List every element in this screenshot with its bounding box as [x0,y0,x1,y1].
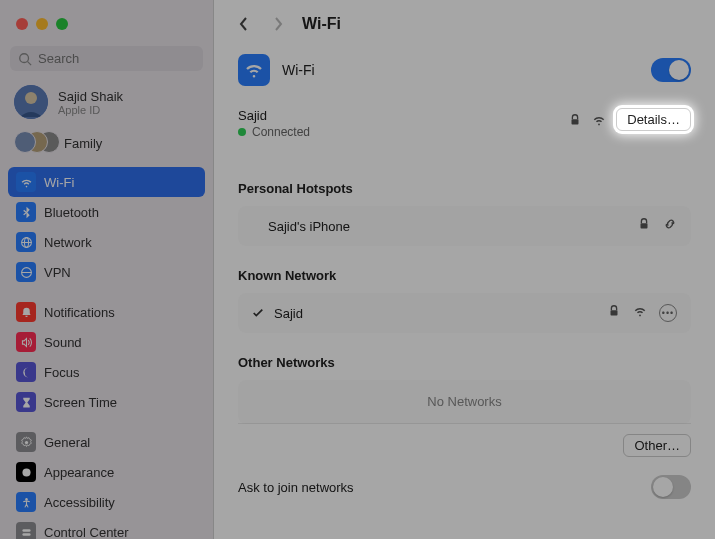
avatar [14,85,48,119]
search-box[interactable] [10,46,203,71]
svg-rect-16 [611,310,618,315]
minimize-window-button[interactable] [36,18,48,30]
svg-point-0 [20,53,29,62]
current-network-name: Sajid [238,108,310,123]
sidebar-item-label: Control Center [44,525,129,540]
close-window-button[interactable] [16,18,28,30]
ask-join-label: Ask to join networks [238,480,354,495]
known-network-label: Sajid [274,306,303,321]
user-sub: Apple ID [58,104,123,116]
vpn-icon [16,262,36,282]
wifi-section-title: Wi-Fi [282,62,315,78]
personal-hotspots-header: Personal Hotspots [238,169,691,206]
lock-icon [607,304,621,322]
sidebar: Sajid Shaik Apple ID Family Wi-Fi Blueto… [0,0,214,539]
sidebar-item-vpn[interactable]: VPN [8,257,205,287]
sidebar-item-label: Bluetooth [44,205,99,220]
nav-forward-button[interactable] [268,14,288,34]
bell-icon [16,302,36,322]
svg-point-3 [25,92,37,104]
sidebar-item-network[interactable]: Network [8,227,205,257]
more-options-button[interactable]: ••• [659,304,677,322]
sidebar-item-label: Appearance [44,465,114,480]
sidebar-item-general[interactable]: General [8,427,205,457]
sidebar-item-label: Accessibility [44,495,115,510]
no-networks-text: No Networks [238,380,691,423]
status-dot [238,128,246,136]
header: Wi-Fi [214,0,715,44]
svg-point-9 [24,440,27,443]
sidebar-item-screen-time[interactable]: Screen Time [8,387,205,417]
user-name: Sajid Shaik [58,89,123,104]
network-icon [16,232,36,252]
svg-point-10 [22,468,30,476]
sidebar-item-label: Notifications [44,305,115,320]
main-content: Wi-Fi Wi-Fi Sajid [214,0,715,539]
sidebar-item-appearance[interactable]: Appearance [8,457,205,487]
sidebar-item-bluetooth[interactable]: Bluetooth [8,197,205,227]
sidebar-item-sound[interactable]: Sound [8,327,205,357]
lock-icon [568,113,582,127]
sidebar-item-apple-id[interactable]: Sajid Shaik Apple ID [0,81,213,123]
other-networks-header: Other Networks [238,343,691,380]
family-label: Family [64,136,102,151]
hourglass-icon [16,392,36,412]
connection-status: Connected [252,125,310,139]
wifi-toggle[interactable] [651,58,691,82]
wifi-signal-icon [592,113,606,127]
bluetooth-icon [16,202,36,222]
sound-icon [16,332,36,352]
sidebar-item-label: Wi-Fi [44,175,74,190]
gear-icon [16,432,36,452]
sidebar-item-control-center[interactable]: Control Center [8,517,205,539]
nav-back-button[interactable] [234,14,254,34]
sidebar-item-wifi[interactable]: Wi-Fi [8,167,205,197]
window-controls [0,0,213,30]
sidebar-item-label: Network [44,235,92,250]
hotspot-link-icon [663,217,677,235]
lock-icon [637,217,651,235]
svg-rect-14 [572,119,579,124]
sidebar-item-family[interactable]: Family [0,123,213,167]
sidebar-item-label: General [44,435,90,450]
known-network-row[interactable]: Sajid ••• [238,293,691,333]
control-center-icon [16,522,36,539]
sidebar-item-accessibility[interactable]: Accessibility [8,487,205,517]
sidebar-item-label: Focus [44,365,79,380]
svg-rect-12 [22,529,30,531]
details-button[interactable]: Details… [616,108,691,131]
sidebar-item-label: VPN [44,265,71,280]
svg-point-11 [25,498,27,500]
svg-line-1 [28,61,32,65]
wifi-hero-icon [238,54,270,86]
accessibility-icon [16,492,36,512]
sidebar-item-notifications[interactable]: Notifications [8,297,205,327]
appearance-icon [16,462,36,482]
wifi-signal-icon [633,304,647,322]
check-icon [252,307,266,319]
ask-join-toggle[interactable] [651,475,691,499]
family-avatars [14,131,54,155]
hotspot-label: Sajid's iPhone [252,219,350,234]
sidebar-item-focus[interactable]: Focus [8,357,205,387]
page-title: Wi-Fi [302,15,341,33]
maximize-window-button[interactable] [56,18,68,30]
wifi-icon [16,172,36,192]
search-icon [18,52,32,66]
sidebar-item-label: Screen Time [44,395,117,410]
moon-icon [16,362,36,382]
sidebar-item-label: Sound [44,335,82,350]
svg-rect-13 [22,533,30,535]
svg-rect-15 [641,223,648,228]
search-input[interactable] [38,51,206,66]
hotspot-row[interactable]: Sajid's iPhone [238,206,691,246]
known-network-header: Known Network [238,256,691,293]
other-network-button[interactable]: Other… [623,434,691,457]
